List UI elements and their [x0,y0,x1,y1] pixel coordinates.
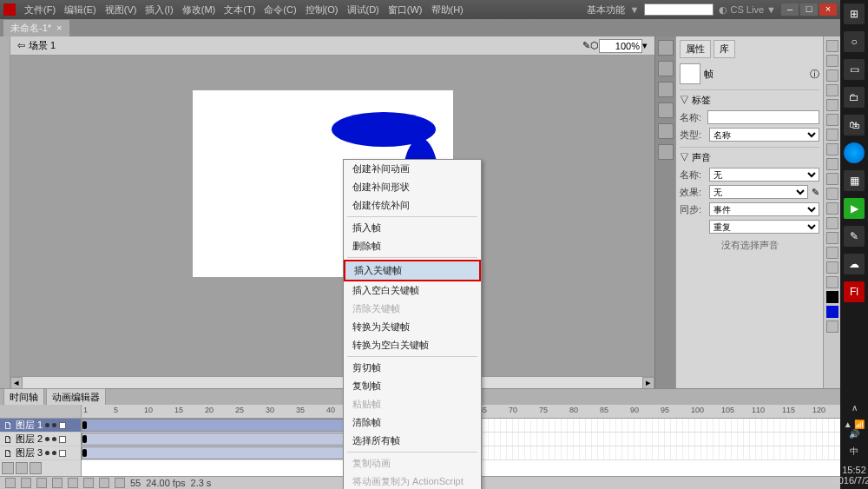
free-transform-tool-icon[interactable] [826,69,838,82]
taskbar-app-icon[interactable]: ▶ [844,198,865,219]
fill-color-icon[interactable] [826,306,838,318]
new-folder-icon[interactable] [16,462,28,474]
subselection-tool-icon[interactable] [826,55,838,67]
ctx-copy-frames[interactable]: 复制帧 [344,377,481,395]
new-layer-icon[interactable] [2,462,14,474]
first-frame-icon[interactable] [5,478,16,488]
ctx-select-all-frames[interactable]: 选择所有帧 [344,432,481,450]
eraser-tool-icon[interactable] [826,247,838,259]
tray-icons[interactable]: ▲ 📶 🔊 [840,420,868,439]
menu-text[interactable]: 文本(T) [220,2,259,18]
rectangle-tool-icon[interactable] [826,143,838,155]
library-panel-icon[interactable] [658,144,674,160]
scroll-right-icon[interactable]: ▸ [642,377,654,389]
frame-type-select[interactable]: 名称 [709,128,819,142]
zoom-input[interactable] [599,39,642,53]
ime-indicator[interactable]: 中 [850,446,858,458]
edit-multiple-frames-icon[interactable] [115,478,125,488]
prev-frame-icon[interactable] [21,478,31,488]
ctx-create-shape-tween[interactable]: 创建补间形状 [344,178,481,196]
motion-editor-tab[interactable]: 动画编辑器 [46,388,106,406]
ctx-create-classic-tween[interactable]: 创建传统补间 [344,196,481,215]
taskbar-clock[interactable]: 15:52 2016/7/21 [833,465,868,489]
color-panel-icon[interactable] [658,123,674,139]
zoom-tool-icon[interactable] [826,276,838,288]
menu-control[interactable]: 控制(O) [302,2,342,18]
edit-symbol-icon[interactable]: ⬡ [590,40,599,51]
back-icon[interactable]: ⇦ [17,40,25,51]
ctx-cut-frames[interactable]: 剪切帧 [344,359,481,377]
pen-tool-icon[interactable] [826,99,838,111]
taskbar-app-icon[interactable]: ☁ [844,254,865,274]
section-sound[interactable]: ▽ 声音 [680,152,711,162]
next-frame-icon[interactable] [52,478,62,488]
close-tab-icon[interactable]: × [56,23,62,33]
stroke-color-icon[interactable] [826,291,838,303]
menu-file[interactable]: 文件(F) [21,2,59,18]
library-tab[interactable]: 库 [713,40,735,58]
taskbar-cortana-icon[interactable]: ○ [844,31,865,52]
taskbar-store-icon[interactable]: 🛍 [844,115,865,135]
last-frame-icon[interactable] [68,478,78,488]
tray-expand-icon[interactable]: ∧ [852,403,858,413]
play-icon[interactable] [36,478,47,488]
menu-help[interactable]: 帮助(H) [428,2,467,18]
menu-view[interactable]: 视图(V) [102,2,141,18]
swap-colors-icon[interactable] [826,320,838,333]
bone-tool-icon[interactable] [826,202,838,215]
line-tool-icon[interactable] [826,129,838,141]
search-input[interactable] [644,3,713,16]
ctx-insert-frame[interactable]: 插入帧 [344,219,481,237]
lasso-tool-icon[interactable] [826,84,838,96]
align-panel-icon[interactable] [658,40,674,56]
edit-scene-icon[interactable]: ✎ [582,40,590,51]
effect-select[interactable]: 无 [709,185,808,199]
zoom-dropdown-icon[interactable]: ▾ [642,40,648,51]
timeline-tab[interactable]: 时间轴 [3,388,44,406]
brush-tool-icon[interactable] [826,173,838,185]
maximize-button[interactable]: □ [800,3,818,16]
taskbar-edge-icon[interactable] [844,142,865,163]
document-tab[interactable]: 未命名-1*× [3,20,69,36]
taskbar-explorer-icon[interactable]: 🗀 [844,87,865,108]
swatches-panel-icon[interactable] [658,102,674,118]
menu-modify[interactable]: 修改(M) [179,2,220,18]
sound-name-select[interactable]: 无 [709,168,819,182]
menu-commands[interactable]: 命令(C) [260,2,299,18]
close-button[interactable]: × [819,3,837,16]
onion-skin-outlines-icon[interactable] [99,478,109,488]
menu-window[interactable]: 窗口(W) [385,2,426,18]
deco-tool-icon[interactable] [826,188,838,200]
loop-select[interactable]: 重复 [709,220,819,234]
delete-layer-icon[interactable] [30,462,42,474]
taskbar-app-icon[interactable]: ✎ [844,226,865,247]
layer-row[interactable]: 🗋图层 2 [0,433,81,446]
menu-edit[interactable]: 编辑(E) [61,2,100,18]
taskbar-app-icon[interactable]: ▦ [844,170,865,191]
taskbar-flash-icon[interactable]: Fl [844,281,865,302]
selection-tool-icon[interactable] [826,40,838,52]
ctx-clear-frames[interactable]: 清除帧 [344,413,481,432]
hand-tool-icon[interactable] [826,261,838,274]
taskbar-start-icon[interactable]: ⊞ [844,3,865,24]
horizontal-scrollbar[interactable]: ◂ ▸ [10,376,654,388]
cslive-button[interactable]: ◐ CS Live ▼ [719,4,776,16]
menu-debug[interactable]: 调试(D) [344,2,383,18]
minimize-button[interactable]: – [781,3,799,16]
layout-dropdown[interactable]: 基本功能 [587,3,625,17]
layer-row[interactable]: 🗋图层 1 [0,419,81,433]
ctx-insert-blank-keyframe[interactable]: 插入空白关键帧 [344,281,481,300]
pencil-tool-icon[interactable] [826,158,838,170]
menu-insert[interactable]: 插入(I) [141,2,176,18]
sync-select[interactable]: 事件 [709,202,819,216]
info-panel-icon[interactable] [658,61,674,76]
taskbar-taskview-icon[interactable]: ▭ [844,59,865,80]
layer-row[interactable]: 🗋图层 3 [0,446,81,460]
section-label[interactable]: ▽ 标签 [680,95,711,105]
scene-name[interactable]: 场景 1 [29,39,56,52]
ctx-convert-blank-keyframes[interactable]: 转换为空白关键帧 [344,336,481,354]
ctx-create-motion-tween[interactable]: 创建补间动画 [344,160,481,178]
stage[interactable] [10,56,654,376]
ctx-insert-keyframe[interactable]: 插入关键帧 [344,260,481,281]
frame-name-input[interactable] [707,110,819,124]
